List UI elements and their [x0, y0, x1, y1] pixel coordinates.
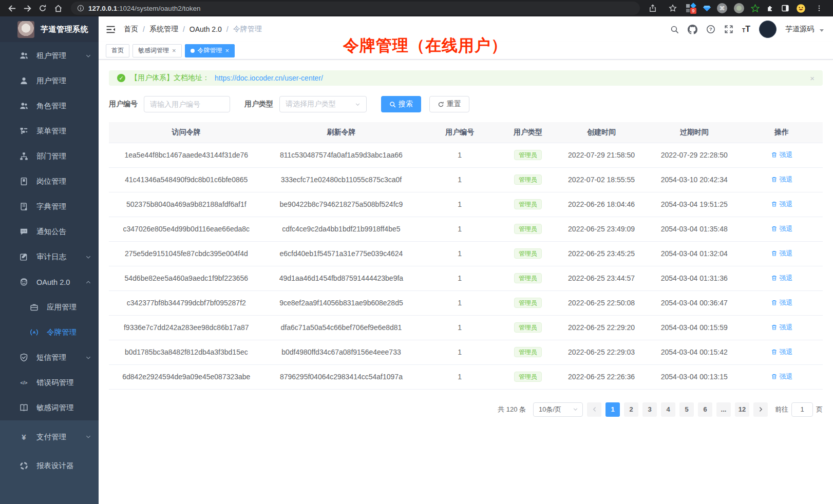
user-id-cell: 1	[419, 167, 501, 192]
sidebar-item-notice[interactable]: 通知公告	[0, 219, 99, 244]
force-logout-button[interactable]: 强退	[771, 200, 793, 209]
force-logout-button[interactable]: 强退	[771, 274, 793, 283]
sidebar-item-oauth-app[interactable]: 应用管理	[0, 295, 99, 320]
sidebar-item-label: 部门管理	[36, 151, 66, 161]
goto-page-input[interactable]	[791, 402, 813, 417]
page-button-5[interactable]: 5	[679, 402, 694, 417]
token-signal-icon: A	[30, 328, 39, 337]
prev-page-icon[interactable]	[587, 402, 601, 417]
sidebar-item-sensitive[interactable]: 敏感词管理	[0, 395, 99, 420]
sidebar-item-oauth[interactable]: OAuth 2.0	[0, 269, 99, 295]
page-button-6[interactable]: 6	[698, 402, 712, 417]
sidebar-item-user[interactable]: 用户管理	[0, 68, 99, 93]
sidebar-item-errcode[interactable]: </>错误码管理	[0, 370, 99, 395]
created-time-cell: 2022-06-25 22:29:20	[555, 315, 648, 340]
user-icon	[20, 76, 28, 85]
tab-首页[interactable]: 首页	[106, 44, 129, 57]
user-id-cell: 1	[419, 340, 501, 364]
table-row: 41c41346a548490f9dc8b01c6bfe0865 333ecfc…	[109, 167, 823, 192]
access-token-cell: 502375b8040a469a9b82188afdf6af1f	[109, 192, 264, 217]
alert-close-icon[interactable]: ×	[810, 74, 815, 83]
tab-close-icon[interactable]: ×	[225, 47, 230, 54]
tab-敏感词管理[interactable]: 敏感词管理×	[132, 44, 182, 57]
side-panel-icon[interactable]	[781, 4, 789, 12]
sidebar-item-sms[interactable]: 短信管理	[0, 345, 99, 370]
user-type-select[interactable]: 请选择用户类型	[279, 96, 367, 112]
next-page-icon[interactable]	[753, 402, 768, 417]
bookmark-star-icon[interactable]	[666, 2, 679, 15]
goto-suffix: 页	[816, 405, 823, 414]
sidebar-item-tenant[interactable]: 租户管理	[0, 43, 99, 68]
user-menu-caret-icon[interactable]	[820, 29, 824, 32]
force-logout-button[interactable]: 强退	[771, 347, 793, 357]
sidebar-item-report[interactable]: 报表设计器	[0, 451, 99, 480]
page-button-4[interactable]: 4	[661, 402, 675, 417]
user-avatar[interactable]	[759, 21, 777, 38]
gem-extension-icon[interactable]	[703, 5, 710, 11]
force-logout-button[interactable]: 强退	[771, 224, 793, 234]
puzzle-extension-icon[interactable]	[766, 4, 774, 12]
profile-avatar-icon[interactable]	[796, 4, 806, 13]
page-size-select[interactable]: 10条/页	[533, 402, 583, 417]
github-icon[interactable]	[688, 25, 697, 34]
extensions-group-icon[interactable]: 9	[686, 3, 696, 13]
back-icon[interactable]	[5, 2, 18, 15]
tab-令牌管理[interactable]: 令牌管理×	[185, 44, 235, 57]
refresh-token-cell: cdfc4ce9c2da4bb1bdf21b9918ff4be5	[264, 217, 419, 241]
sidebar-item-label: 错误码管理	[36, 378, 74, 387]
sidebar-item-menu[interactable]: 菜单管理	[0, 119, 99, 144]
app-logo[interactable]: 芋道管理系统	[0, 16, 99, 42]
force-logout-button[interactable]: 强退	[771, 175, 793, 184]
created-time-cell: 2022-06-25 22:50:08	[555, 290, 648, 315]
sidebar-item-post[interactable]: 岗位管理	[0, 169, 99, 194]
home-icon[interactable]	[51, 2, 65, 15]
tab-close-icon[interactable]: ×	[172, 47, 176, 54]
force-logout-button[interactable]: 强退	[771, 372, 793, 381]
help-icon[interactable]: ?	[706, 25, 715, 34]
page-button-1[interactable]: 1	[605, 402, 620, 417]
sidebar-item-dict[interactable]: 字典管理	[0, 194, 99, 219]
sidebar-item-role[interactable]: 角色管理	[0, 93, 99, 119]
page-button-3[interactable]: 3	[642, 402, 657, 417]
sidebar-item-dept[interactable]: 部门管理	[0, 144, 99, 169]
access-token-cell: c347026e805e4d99b0d116eae66eda8c	[109, 217, 264, 241]
chevron-down-icon	[573, 406, 578, 412]
share-icon[interactable]	[646, 2, 659, 15]
user-type-badge: 管理员	[514, 224, 542, 234]
forward-icon[interactable]	[21, 2, 34, 15]
doc-link[interactable]: https://doc.iocoder.cn/user-center/	[215, 74, 323, 82]
address-bar[interactable]: 127.0.0.1:1024/system/oauth2/token	[71, 2, 640, 15]
force-logout-button[interactable]: 强退	[771, 249, 793, 258]
reload-icon[interactable]	[36, 2, 49, 15]
fullscreen-icon[interactable]	[724, 25, 733, 34]
chevron-down-icon	[355, 102, 361, 107]
font-size-icon[interactable]: TT	[742, 25, 750, 33]
breadcrumb-item[interactable]: OAuth 2.0	[190, 25, 222, 33]
reset-button[interactable]: 重置	[429, 96, 469, 112]
command-extension-icon[interactable]: ⌘	[717, 3, 727, 13]
collapse-sidebar-icon[interactable]	[106, 25, 116, 34]
sidebar-item-pay[interactable]: ¥支付管理	[0, 422, 99, 451]
page-button-...[interactable]: ...	[716, 402, 731, 417]
breadcrumb-item[interactable]: 系统管理	[149, 25, 178, 34]
green-star-extension-icon[interactable]	[751, 4, 760, 13]
logo-image	[17, 21, 34, 38]
goto-label: 前往	[775, 405, 788, 414]
sidebar-item-label: 字典管理	[36, 202, 66, 211]
search-button[interactable]: 搜索	[381, 96, 421, 112]
page-button-12[interactable]: 12	[735, 402, 749, 417]
table-row: 54d6be82ee5a460a9aedc1f9bf223656 49d1aa4…	[109, 266, 823, 290]
sidebar-item-audit[interactable]: 审计日志	[0, 244, 99, 269]
breadcrumb-item[interactable]: 首页	[124, 25, 138, 34]
user-id-input[interactable]	[144, 96, 230, 112]
site-info-icon[interactable]	[77, 5, 84, 12]
force-logout-button[interactable]: 强退	[771, 298, 793, 307]
force-logout-button[interactable]: 强退	[771, 323, 793, 332]
recorder-extension-icon[interactable]	[734, 3, 744, 13]
sidebar-item-oauth-token[interactable]: A令牌管理	[0, 320, 99, 345]
force-logout-button[interactable]: 强退	[771, 150, 793, 160]
page-button-2[interactable]: 2	[624, 402, 638, 417]
search-icon[interactable]	[670, 25, 679, 34]
browser-menu-icon[interactable]	[812, 2, 826, 15]
breadcrumb-item[interactable]: 令牌管理	[233, 25, 262, 34]
